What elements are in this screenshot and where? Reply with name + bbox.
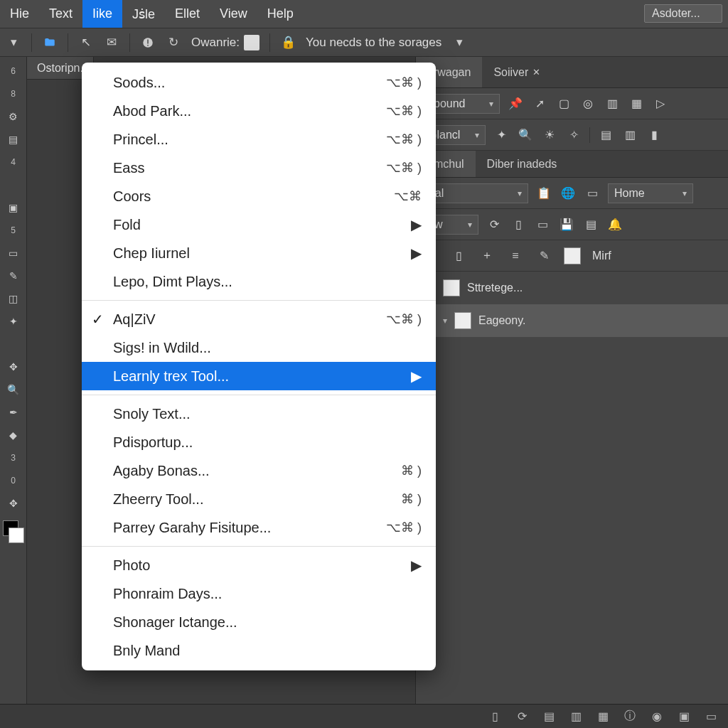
status-info-icon[interactable]: ⓘ <box>623 710 637 724</box>
align-center-icon[interactable]: ▥ <box>621 127 638 144</box>
menuitem-eass[interactable]: Eass⌥⌘ ) <box>82 154 436 182</box>
page-icon[interactable]: ▭ <box>534 216 551 233</box>
menuitem-photo[interactable]: Photo▶ <box>82 551 436 579</box>
menuitem-learnly-trex-tool[interactable]: Learnly trex Tool...▶ <box>82 362 436 390</box>
wand-icon[interactable]: ✧ <box>565 127 582 144</box>
tool-crop-icon[interactable]: ▣ <box>4 198 23 218</box>
tool-5[interactable]: 5 <box>4 220 23 240</box>
sparkle-icon[interactable]: ✦ <box>493 127 510 144</box>
columns-icon[interactable]: ▮ <box>646 127 663 144</box>
menuitem-phonraim-days[interactable]: Phonraim Days... <box>82 579 436 608</box>
tool-0[interactable]: 0 <box>4 471 23 491</box>
status-stack-icon[interactable]: ▦ <box>596 710 610 724</box>
grid-icon[interactable]: ▦ <box>628 95 645 112</box>
id-icon[interactable]: ▭ <box>584 185 601 202</box>
menuitem-bnly-mand[interactable]: Bnly Mand <box>82 636 436 665</box>
home-dropdown[interactable]: Home▾ <box>608 183 693 203</box>
play-icon[interactable]: ▷ <box>652 95 669 112</box>
status-square-icon[interactable]: ▣ <box>677 710 691 724</box>
tool-gear-icon[interactable]: ⚙ <box>4 107 23 127</box>
tool-pen-icon[interactable]: ✒ <box>4 402 23 422</box>
tool-brush-icon[interactable]: ✎ <box>4 266 23 286</box>
align-left-icon[interactable]: ▤ <box>597 127 614 144</box>
menu-help[interactable]: Help <box>257 0 304 28</box>
menuitem-soods[interactable]: Soods...⌥⌘ ) <box>82 68 436 97</box>
folder-icon[interactable] <box>42 35 58 50</box>
target-icon[interactable]: ◎ <box>579 95 596 112</box>
status-chrome-icon[interactable]: ◉ <box>650 710 664 724</box>
background-color[interactable] <box>9 528 24 543</box>
menuitem-princel[interactable]: Princel...⌥⌘ ) <box>82 125 436 154</box>
status-sync-icon[interactable]: ⟳ <box>515 710 529 724</box>
status-doc-icon[interactable]: ▯ <box>488 710 502 724</box>
tool-settings-icon[interactable]: ✦ <box>4 311 23 331</box>
menu-text[interactable]: Text <box>39 0 82 28</box>
pointer-icon[interactable]: ↖ <box>78 35 94 50</box>
bars-icon[interactable]: ≡ <box>507 247 524 264</box>
save-icon[interactable]: 💾 <box>558 216 575 233</box>
subtab-diber[interactable]: Dіber inadeds <box>476 151 569 177</box>
tool-6[interactable]: 6 <box>4 61 23 81</box>
menuitem-pdisportup[interactable]: Pdisportup... <box>82 428 436 456</box>
tool-hand-icon[interactable]: ✥ <box>4 357 23 377</box>
menu-ike[interactable]: Iіke <box>82 0 122 28</box>
status-layers-icon[interactable]: ▥ <box>569 710 583 724</box>
panel-tab-soiver[interactable]: Soiіver✕ <box>482 57 552 87</box>
arrow-icon[interactable]: ➚ <box>531 95 548 112</box>
chevron-down-icon[interactable]: ▾ <box>451 35 467 50</box>
tool-move-icon[interactable]: ✥ <box>4 493 23 513</box>
bell-icon[interactable]: 🔔 <box>606 216 623 233</box>
chevron-down-icon[interactable]: ▾ <box>6 35 21 50</box>
tral-dropdown[interactable]: tral▾ <box>422 183 528 203</box>
layer-row-1[interactable]: ▾ Eageony. <box>416 304 728 337</box>
menuitem-lepo[interactable]: Lepo, Dimt Plays... <box>82 267 436 296</box>
doc2-icon[interactable]: ▯ <box>450 247 467 264</box>
status-badge-icon[interactable]: ▭ <box>704 710 718 724</box>
search-icon[interactable]: 🔍 <box>517 127 534 144</box>
tool-3[interactable]: 3 <box>4 448 23 468</box>
alert-icon[interactable] <box>140 35 156 50</box>
close-icon[interactable]: ✕ <box>532 67 540 77</box>
status-panel-icon[interactable]: ▤ <box>542 710 556 724</box>
lock-icon[interactable]: 🔒 <box>280 35 296 50</box>
menuitem-zheerry-tool[interactable]: Zheerry Tool...⌘ ) <box>82 485 436 513</box>
tool-zoom-icon[interactable]: 🔍 <box>4 380 23 400</box>
menu-jsle[interactable]: Jṡle <box>122 0 165 28</box>
tool-rect-icon[interactable]: ▭ <box>4 243 23 263</box>
owanrie-dropdown[interactable]: Owanrie: <box>191 35 259 50</box>
tool-eraser-icon[interactable]: ◫ <box>4 289 23 309</box>
tool-4[interactable]: 4 <box>4 152 23 172</box>
tool-camera-icon[interactable]: ▤ <box>4 129 23 149</box>
globe-icon[interactable]: 🌐 <box>560 185 577 202</box>
pin-icon[interactable]: 📌 <box>507 95 524 112</box>
calc-icon[interactable]: ▤ <box>582 216 599 233</box>
menu-hie[interactable]: Hie <box>0 0 39 28</box>
doc-icon[interactable]: ▯ <box>510 216 527 233</box>
plus-icon[interactable]: ＋ <box>478 247 496 264</box>
layer-row-0[interactable]: ✓ Sttretege... <box>416 272 728 304</box>
menuitem-abod-park[interactable]: Abod Park...⌥⌘ ) <box>82 97 436 125</box>
menuitem-fold[interactable]: Fold▶ <box>82 210 436 239</box>
sun-icon[interactable]: ☀ <box>541 127 558 144</box>
menuitem-agaby-bonas[interactable]: Agaby Bonas...⌘ ) <box>82 456 436 485</box>
menuitem-chep-inurnel[interactable]: Chep Iіurnel▶ <box>82 239 436 267</box>
menuitem-snoly-text[interactable]: Snoly Text... <box>82 400 436 428</box>
menuitem-aqziv[interactable]: ✓Aq|ZіV⌥⌘ ) <box>82 305 436 333</box>
menuitem-sigs[interactable]: Sigs! in Wdіld... <box>82 333 436 362</box>
refresh-icon[interactable]: ↻ <box>166 35 181 50</box>
chevron-down-icon[interactable]: ▾ <box>443 316 447 326</box>
search-input[interactable]: Asdoter... <box>644 4 722 23</box>
box-icon[interactable]: ▢ <box>555 95 572 112</box>
pencil-icon[interactable]: ✎ <box>535 247 552 264</box>
mail-icon[interactable]: ✉ <box>104 35 119 50</box>
tool-8[interactable]: 8 <box>4 84 23 104</box>
menuitem-shonager[interactable]: Shonager Iсtange... <box>82 608 436 636</box>
menu-view[interactable]: View <box>210 0 257 28</box>
sync-icon[interactable]: ⟳ <box>486 216 503 233</box>
menuitem-parrey[interactable]: Parrey Garahy Fisitupe...⌥⌘ ) <box>82 513 436 542</box>
color-swatch[interactable] <box>564 247 581 264</box>
menuitem-coors[interactable]: Coors⌥⌘ <box>82 182 436 210</box>
stack-icon[interactable]: ▥ <box>604 95 621 112</box>
tool-shapes-icon[interactable]: ◆ <box>4 425 23 445</box>
menu-ellet[interactable]: Ellet <box>165 0 210 28</box>
